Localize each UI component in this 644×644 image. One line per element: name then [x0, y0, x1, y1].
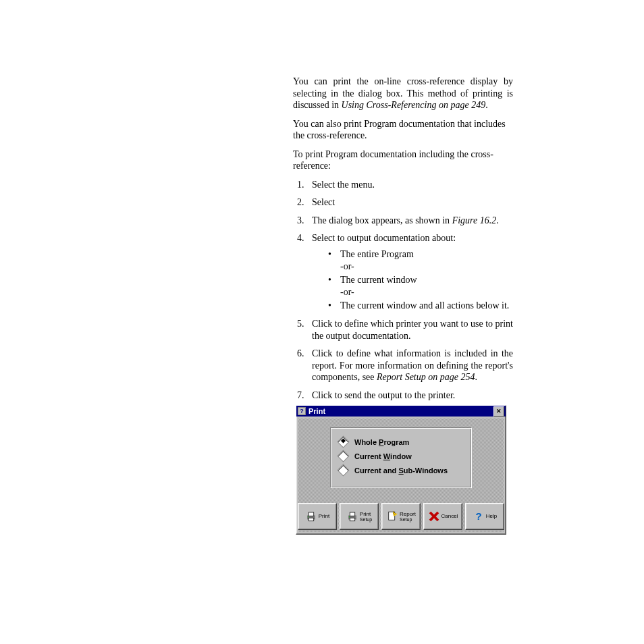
document-text: You can print the on-line cross-referenc…	[293, 76, 513, 407]
paragraph-1: You can print the on-line cross-referenc…	[293, 76, 513, 111]
dialog-title: Print	[308, 407, 493, 415]
report-setup-button[interactable]: ReportSetup	[381, 503, 421, 530]
svg-point-7	[349, 516, 350, 518]
svg-rect-5	[350, 512, 355, 516]
report-setup-icon	[386, 510, 398, 522]
radio-whole-program[interactable]: Whole Program	[339, 437, 463, 446]
paragraph-3: To print Program documentation including…	[293, 149, 513, 172]
dialog-button-row: Print PrintSetup ReportSetup	[300, 503, 502, 530]
cancel-button[interactable]: Cancel	[423, 503, 462, 530]
radio-icon	[337, 435, 349, 448]
print-button[interactable]: Print	[298, 503, 337, 530]
svg-rect-2	[308, 518, 314, 521]
close-button[interactable]: ✕	[493, 406, 504, 417]
printer-setup-icon	[346, 510, 358, 522]
step-4-bullets: The entire Program -or- The current wind…	[328, 248, 513, 313]
radio-current-and-sub[interactable]: Current and Sub-Windows	[339, 466, 463, 475]
radio-icon	[337, 464, 349, 476]
radio-current-window[interactable]: Current Window	[339, 452, 463, 460]
cancel-x-icon	[428, 510, 440, 522]
print-scope-group: Whole Program Current Window Current and…	[330, 427, 472, 488]
print-setup-button[interactable]: PrintSetup	[340, 503, 379, 530]
svg-text:?: ?	[475, 510, 481, 522]
svg-rect-1	[308, 512, 314, 516]
print-dialog: ? Print ✕ Whole Program Current Window C…	[296, 405, 506, 535]
help-question-icon: ?	[473, 510, 485, 522]
steps-list: Select the menu. Select The dialog box a…	[306, 179, 513, 402]
radio-icon	[337, 450, 349, 462]
printer-icon	[305, 510, 317, 522]
paragraph-2: You can also print Program documentation…	[293, 118, 513, 142]
system-menu-icon[interactable]: ?	[298, 407, 306, 415]
svg-point-3	[308, 516, 309, 518]
svg-rect-6	[350, 518, 355, 521]
help-button[interactable]: ? Help	[465, 503, 504, 530]
titlebar: ? Print ✕	[296, 406, 506, 417]
